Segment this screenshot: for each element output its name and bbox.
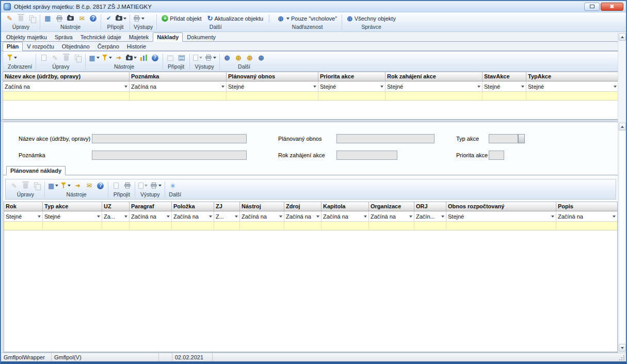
- typ-akce-spinner[interactable]: [518, 134, 525, 143]
- planovany-obnos-input[interactable]: [336, 134, 435, 143]
- print-attach-icon[interactable]: [122, 181, 132, 191]
- column-header[interactable]: Rok: [4, 202, 43, 211]
- filter-icon[interactable]: [60, 181, 71, 191]
- all-objects-button[interactable]: ⊕ Všechny objekty: [345, 14, 398, 23]
- filter-icon[interactable]: [102, 53, 112, 63]
- snowflake-icon[interactable]: ✳: [168, 181, 178, 191]
- filter-view-icon[interactable]: [7, 53, 18, 63]
- tab-sprava[interactable]: Správa: [51, 33, 76, 41]
- tab-objekty-majetku[interactable]: Objekty majetku: [3, 33, 51, 41]
- costs-grid-new-row[interactable]: [4, 222, 617, 230]
- filter-combo[interactable]: Začíná na: [369, 211, 414, 222]
- tab-dokumenty[interactable]: Dokumenty: [183, 33, 219, 41]
- copy-record-icon[interactable]: [27, 13, 37, 23]
- document-output-icon[interactable]: [192, 53, 203, 63]
- help-icon[interactable]: ?: [88, 13, 98, 23]
- filter-combo[interactable]: Z...: [214, 211, 240, 222]
- filter-combo[interactable]: Začíná na: [556, 211, 617, 222]
- column-header[interactable]: Zdroj: [284, 202, 321, 211]
- filter-combo[interactable]: Začín...: [414, 211, 446, 222]
- edit-record-icon[interactable]: ✎: [5, 13, 14, 23]
- update-object-button[interactable]: ↻ Aktualizace objektu: [205, 14, 266, 22]
- delete-record-icon[interactable]: [21, 181, 30, 191]
- form-icon[interactable]: [166, 53, 175, 63]
- filter-combo[interactable]: Stejné: [385, 81, 483, 92]
- scroll-down-button[interactable]: [619, 344, 626, 352]
- document-icon[interactable]: [111, 181, 121, 191]
- table-icon[interactable]: ▦: [47, 181, 59, 191]
- restore-button[interactable]: [584, 3, 600, 11]
- camera-icon[interactable]: [66, 13, 75, 23]
- column-header[interactable]: Plánovaný obnos: [227, 72, 318, 81]
- print-output-icon[interactable]: [133, 13, 145, 23]
- resize-grip[interactable]: [619, 355, 625, 360]
- rok-zahajeni-input[interactable]: [336, 151, 397, 160]
- checklist-icon[interactable]: ✔: [104, 13, 114, 23]
- delete-record-icon[interactable]: [16, 13, 26, 23]
- filter-combo[interactable]: Stejné: [483, 81, 526, 92]
- filter-combo[interactable]: Začíná na: [130, 211, 172, 222]
- column-header[interactable]: Typ akce: [43, 202, 102, 211]
- filter-combo[interactable]: Stejné: [318, 81, 385, 92]
- camera-icon[interactable]: [125, 53, 137, 63]
- tab-objednano[interactable]: Objednáno: [58, 42, 93, 51]
- column-header[interactable]: ORJ: [414, 202, 446, 211]
- typ-akce-input[interactable]: [489, 134, 518, 143]
- column-header[interactable]: ZJ: [214, 202, 240, 211]
- camera-attach-icon[interactable]: [115, 13, 127, 23]
- copy-record-icon[interactable]: [73, 53, 83, 63]
- tab-cerpano[interactable]: Čerpáno: [94, 42, 123, 51]
- filter-combo[interactable]: Stejné: [4, 211, 43, 222]
- export-icon[interactable]: ➔: [73, 181, 83, 191]
- export-icon[interactable]: ➔: [114, 53, 124, 63]
- filter-combo[interactable]: Za...: [102, 211, 130, 222]
- add-object-button[interactable]: + Přidat objekt: [159, 14, 203, 22]
- mail-icon[interactable]: ✉: [84, 181, 94, 191]
- edit-record-icon[interactable]: ✎: [9, 181, 19, 191]
- only-top-button[interactable]: ⊕ Pouze "vrcholove": [276, 14, 339, 23]
- help-icon[interactable]: ?: [150, 53, 160, 63]
- mail-icon[interactable]: ✉: [77, 13, 87, 23]
- column-header[interactable]: Paragraf: [130, 202, 172, 211]
- edit-record-icon[interactable]: ✎: [50, 53, 60, 63]
- close-button[interactable]: ✖: [601, 3, 623, 11]
- filter-combo[interactable]: Začíná na: [321, 211, 369, 222]
- chart-icon[interactable]: [139, 53, 149, 63]
- collapse-up-button[interactable]: [619, 33, 626, 41]
- priorita-akce-input[interactable]: [489, 151, 504, 160]
- column-header[interactable]: Název akce (údržby, opravy): [3, 72, 130, 81]
- tab-majetek[interactable]: Majetek: [125, 33, 153, 41]
- print-icon[interactable]: [150, 181, 162, 191]
- filter-combo[interactable]: Začíná na: [3, 81, 130, 92]
- column-header[interactable]: Obnos rozpočtovaný: [446, 202, 556, 211]
- filter-combo[interactable]: Stejné: [43, 211, 102, 222]
- plan-grid-new-row[interactable]: [3, 92, 618, 101]
- help-icon[interactable]: ?: [95, 181, 105, 191]
- column-header[interactable]: StavAkce: [483, 72, 526, 81]
- scrollbar-track[interactable]: [619, 122, 626, 352]
- nazev-akce-input[interactable]: [92, 134, 247, 143]
- column-header[interactable]: Organizace: [369, 202, 414, 211]
- filter-combo[interactable]: Začíná na: [172, 211, 214, 222]
- tab-v-rozpoctu[interactable]: V rozpočtu: [23, 42, 58, 51]
- new-record-icon[interactable]: [39, 53, 49, 63]
- table-icon[interactable]: ▦: [43, 13, 53, 23]
- column-header[interactable]: Kapitola: [321, 202, 369, 211]
- list-icon[interactable]: [177, 53, 187, 63]
- document-output-icon[interactable]: [138, 181, 148, 191]
- filter-combo[interactable]: Začíná na: [240, 211, 284, 222]
- delete-record-icon[interactable]: [61, 53, 71, 63]
- target-blue-icon[interactable]: ⊕: [256, 53, 266, 63]
- target-gold-icon[interactable]: ⊕: [234, 53, 244, 63]
- column-header[interactable]: Popis: [556, 202, 617, 211]
- filter-combo[interactable]: Začíná na: [284, 211, 321, 222]
- column-header[interactable]: Položka: [172, 202, 214, 211]
- poznamka-input[interactable]: [92, 151, 247, 160]
- column-header[interactable]: UZ: [102, 202, 130, 211]
- filter-combo[interactable]: Stejné: [526, 81, 618, 92]
- filter-combo[interactable]: Stejné: [227, 81, 318, 92]
- column-header[interactable]: Nástroj: [240, 202, 284, 211]
- tab-plan[interactable]: Plán: [3, 42, 23, 51]
- target-icon[interactable]: ⊕: [222, 53, 232, 63]
- tab-historie[interactable]: Historie: [123, 42, 150, 51]
